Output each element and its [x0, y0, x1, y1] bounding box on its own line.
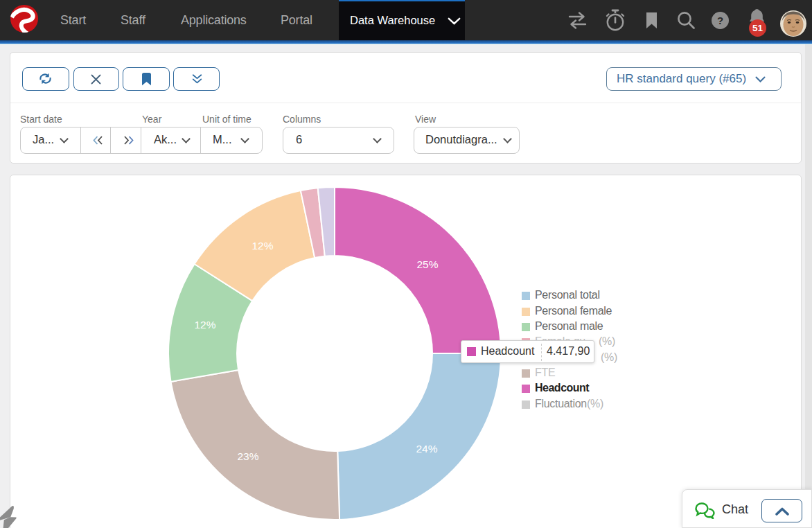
svg-text:12%: 12% — [194, 319, 215, 331]
svg-text:12%: 12% — [251, 240, 273, 252]
svg-text:23%: 23% — [237, 450, 258, 462]
svg-text:24%: 24% — [416, 443, 437, 455]
svg-text:?: ? — [717, 15, 723, 26]
svg-text:25%: 25% — [416, 258, 438, 270]
